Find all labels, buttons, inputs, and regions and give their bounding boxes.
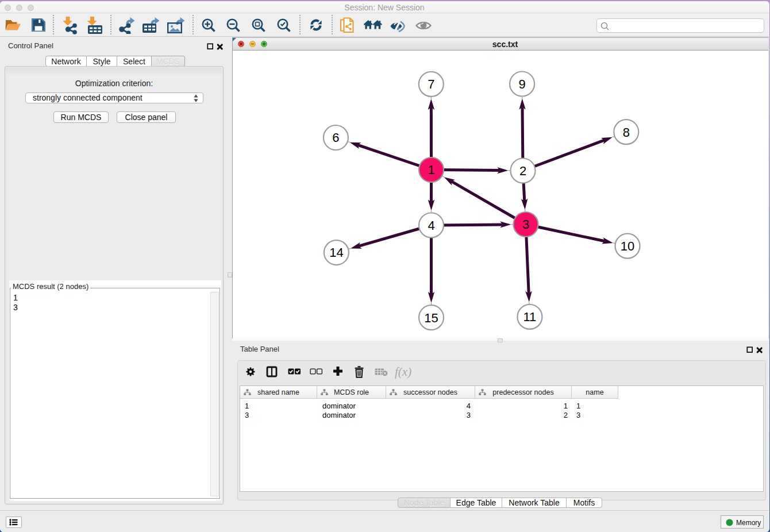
svg-text:14: 14 (329, 245, 343, 260)
svg-text:4: 4 (428, 218, 434, 233)
svg-text:8: 8 (623, 125, 630, 140)
svg-text:10: 10 (621, 239, 634, 253)
svg-text:11: 11 (523, 310, 536, 324)
svg-text:15: 15 (424, 311, 438, 325)
svg-text:2: 2 (519, 164, 526, 178)
svg-text:3: 3 (522, 217, 529, 232)
svg-text:7: 7 (428, 77, 434, 91)
svg-text:1: 1 (428, 163, 434, 177)
svg-text:9: 9 (518, 77, 525, 91)
svg-text:6: 6 (332, 130, 339, 145)
